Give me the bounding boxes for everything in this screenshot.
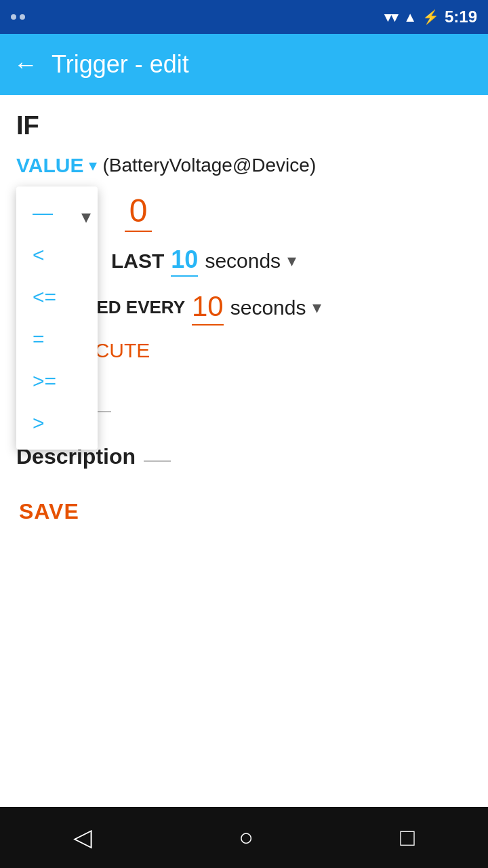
last-seconds: seconds xyxy=(205,250,281,273)
last-label: LAST xyxy=(111,250,164,273)
op-item-lte[interactable]: <= xyxy=(16,276,98,318)
operator-dropdown-arrow[interactable]: ▾ xyxy=(81,206,91,227)
triggered-seconds-dropdown[interactable]: ▾ xyxy=(312,297,321,318)
triggered-number[interactable]: 10 xyxy=(192,290,224,326)
condition-area: — < <= = >= > ▾ 0 xyxy=(16,193,472,232)
nav-bar: ◁ ○ □ xyxy=(0,807,488,868)
last-seconds-dropdown[interactable]: ▾ xyxy=(287,250,296,271)
main-content: IF VALUE ▾ (BatteryVoltage@Device) — < <… xyxy=(0,95,488,807)
home-nav-button[interactable]: ○ xyxy=(239,823,253,852)
status-time: 5:19 xyxy=(445,7,477,26)
value-number-input[interactable]: 0 xyxy=(125,193,152,232)
wifi-icon: ▾▾ xyxy=(384,9,398,25)
app-bar: ← Trigger - edit xyxy=(0,34,488,95)
app-bar-title: Trigger - edit xyxy=(52,50,189,79)
last-number[interactable]: 10 xyxy=(171,245,198,277)
value-dropdown-arrow[interactable]: ▾ xyxy=(89,156,97,175)
back-button[interactable]: ← xyxy=(14,52,38,77)
op-item-gt[interactable]: > xyxy=(16,402,98,444)
device-expression: (BatteryVoltage@Device) xyxy=(102,155,316,176)
status-bar-right: ▾▾ ▲ ⚡ 5:19 xyxy=(384,7,477,26)
op-item-eq[interactable]: = xyxy=(16,318,98,360)
save-row: SAVE xyxy=(16,494,472,530)
op-arrow-area: ▾ xyxy=(81,205,91,228)
value-button[interactable]: VALUE xyxy=(16,154,83,177)
triggered-seconds: seconds xyxy=(230,296,306,319)
save-button[interactable]: SAVE xyxy=(16,494,82,530)
description-underline xyxy=(144,460,171,462)
value-input-area: 0 xyxy=(125,193,152,232)
if-label: IF xyxy=(16,111,472,140)
value-row: VALUE ▾ (BatteryVoltage@Device) xyxy=(16,154,472,177)
op-item-lt[interactable]: < xyxy=(16,234,98,276)
status-bar-left xyxy=(11,14,25,20)
status-bar: ▾▾ ▲ ⚡ 5:19 xyxy=(0,0,488,34)
back-nav-button[interactable]: ◁ xyxy=(73,823,92,852)
signal-icon: ▲ xyxy=(403,9,417,25)
notification-dots xyxy=(11,14,25,20)
recent-nav-button[interactable]: □ xyxy=(400,823,415,852)
op-item-gte[interactable]: >= xyxy=(16,360,98,402)
battery-icon: ⚡ xyxy=(422,9,439,25)
